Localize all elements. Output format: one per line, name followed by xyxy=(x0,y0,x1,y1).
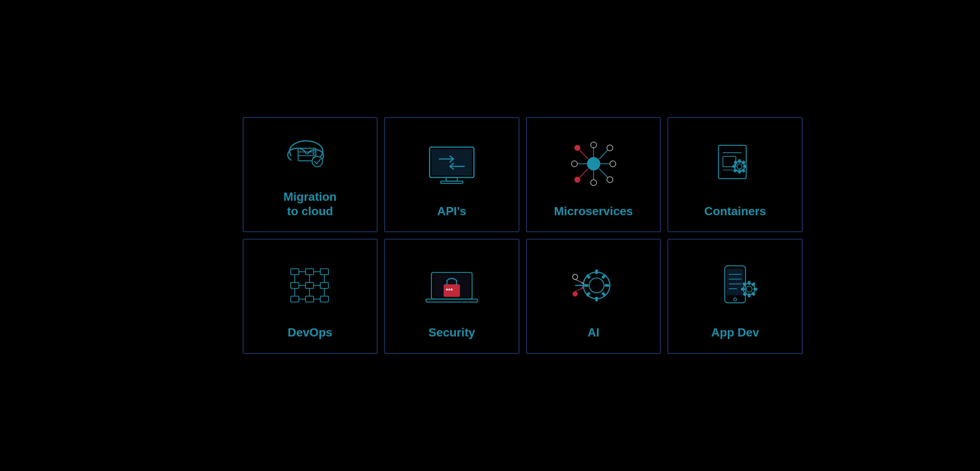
svg-point-33 xyxy=(574,177,580,183)
svg-rect-40 xyxy=(738,159,741,163)
svg-point-29 xyxy=(571,161,578,167)
card-appdev[interactable]: App Dev xyxy=(668,239,803,354)
migration-icon xyxy=(251,133,370,181)
svg-rect-90 xyxy=(727,269,744,295)
svg-rect-41 xyxy=(738,170,741,173)
svg-point-97 xyxy=(746,286,752,292)
card-containers[interactable]: Containers xyxy=(668,117,803,232)
svg-line-30 xyxy=(579,150,588,159)
devops-icon xyxy=(251,254,370,316)
svg-point-75 xyxy=(589,278,604,293)
svg-line-20 xyxy=(599,150,608,159)
card-microservices[interactable]: Microservices xyxy=(526,117,661,232)
svg-point-23 xyxy=(610,161,616,167)
devops-label: DevOps xyxy=(288,325,332,339)
svg-point-91 xyxy=(733,298,737,301)
svg-rect-82 xyxy=(601,292,606,297)
ai-label: AI xyxy=(588,325,600,339)
svg-rect-43 xyxy=(732,165,736,168)
svg-rect-101 xyxy=(741,288,745,291)
svg-line-87 xyxy=(575,279,584,284)
card-grid: Migrationto cloud API's xyxy=(232,106,749,365)
svg-point-7 xyxy=(313,149,315,151)
svg-rect-78 xyxy=(605,284,609,287)
svg-line-88 xyxy=(575,287,584,291)
security-icon: *** xyxy=(392,254,511,316)
svg-rect-48 xyxy=(291,269,299,275)
card-security[interactable]: *** Security xyxy=(384,239,519,354)
svg-line-24 xyxy=(599,169,608,177)
svg-rect-71 xyxy=(426,299,477,302)
microservices-label: Microservices xyxy=(554,204,633,218)
svg-rect-100 xyxy=(754,288,757,291)
svg-rect-53 xyxy=(320,283,328,288)
apis-label: API's xyxy=(438,204,466,218)
apis-icon xyxy=(392,133,511,195)
svg-rect-77 xyxy=(595,297,598,301)
svg-rect-46 xyxy=(741,169,745,172)
svg-text:***: *** xyxy=(446,287,453,294)
card-apis[interactable]: API's xyxy=(384,117,519,232)
appdev-icon xyxy=(676,254,795,316)
card-devops[interactable]: DevOps xyxy=(243,239,378,354)
microservices-icon xyxy=(534,133,653,195)
svg-point-31 xyxy=(574,145,580,151)
card-migration[interactable]: Migrationto cloud xyxy=(243,117,378,232)
containers-label: Containers xyxy=(705,204,766,218)
svg-rect-14 xyxy=(441,181,463,184)
svg-point-19 xyxy=(591,142,597,148)
svg-point-39 xyxy=(737,164,742,169)
svg-rect-99 xyxy=(748,294,751,297)
svg-rect-51 xyxy=(291,283,299,288)
svg-rect-102 xyxy=(751,282,756,286)
svg-point-10 xyxy=(312,156,323,167)
ai-icon xyxy=(534,254,653,316)
svg-rect-49 xyxy=(305,269,313,275)
svg-rect-52 xyxy=(305,283,313,288)
svg-point-85 xyxy=(573,274,578,279)
svg-point-27 xyxy=(591,180,597,185)
svg-rect-55 xyxy=(305,296,313,302)
security-label: Security xyxy=(428,325,475,339)
svg-point-17 xyxy=(587,157,600,171)
svg-rect-12 xyxy=(431,149,472,176)
migration-label: Migrationto cloud xyxy=(283,190,337,218)
card-ai[interactable]: AI xyxy=(526,239,661,354)
svg-rect-42 xyxy=(743,165,746,168)
svg-point-21 xyxy=(607,145,613,151)
svg-rect-83 xyxy=(585,274,590,279)
svg-rect-45 xyxy=(733,169,737,172)
containers-icon xyxy=(676,133,795,195)
svg-point-86 xyxy=(573,291,578,297)
svg-rect-44 xyxy=(741,160,745,164)
svg-point-8 xyxy=(313,153,315,155)
appdev-label: App Dev xyxy=(711,325,759,339)
svg-rect-104 xyxy=(751,292,756,296)
svg-line-32 xyxy=(579,169,588,177)
svg-rect-76 xyxy=(595,270,598,274)
svg-rect-56 xyxy=(320,296,328,302)
svg-rect-81 xyxy=(585,292,590,297)
svg-point-25 xyxy=(607,177,613,183)
svg-rect-47 xyxy=(733,160,738,164)
svg-rect-80 xyxy=(601,274,606,279)
svg-rect-50 xyxy=(320,269,328,275)
svg-rect-54 xyxy=(291,296,299,302)
svg-rect-98 xyxy=(748,281,751,285)
